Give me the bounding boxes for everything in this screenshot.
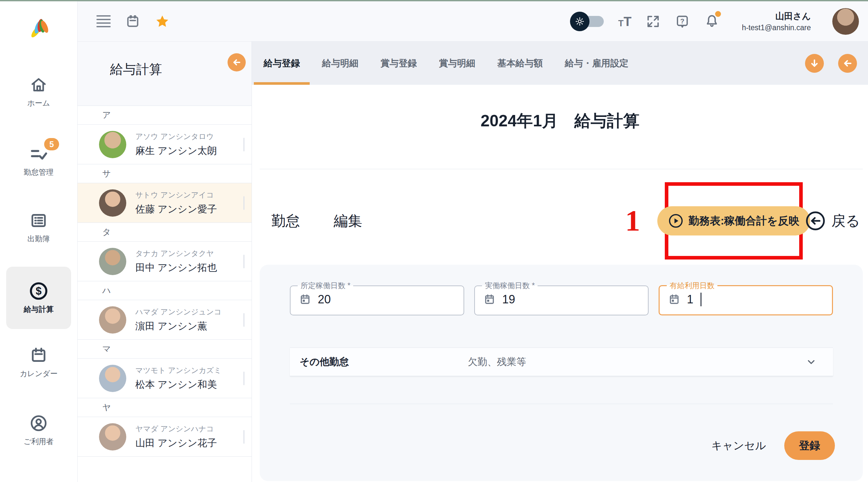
group-header: マ [78,340,252,359]
back-button-top[interactable] [838,54,857,73]
download-button[interactable] [805,54,824,73]
list-item-matsumoto[interactable]: マツモト アンシンカズミ 松本 アンシン和美 [78,359,252,398]
sidebar-item-home[interactable]: ホーム [27,76,50,108]
tab-salary-register[interactable]: 給与登録 [254,41,310,85]
dark-mode-toggle[interactable] [570,12,604,31]
help-icon[interactable]: ? [675,14,690,29]
sidebar-item-label: 勤怠管理 [24,167,54,177]
menu-icon[interactable] [96,15,111,27]
tab-bar: 給与登録 給与明細 賞与登録 賞与明細 基本給与額 給与・雇用設定 [252,41,868,85]
tab-bonus-register[interactable]: 賞与登録 [371,41,427,85]
person-kana: サトウ アンシンアイコ [135,190,217,200]
sidebar-item-users[interactable]: ご利用者 [24,414,54,447]
sidebar-item-label: カレンダー [20,369,58,379]
chevron-down-icon[interactable] [806,356,817,367]
text-cursor [701,293,702,306]
svg-text:$: $ [36,285,41,297]
row-divider [244,371,244,385]
row-divider [244,254,244,268]
person-name: 濵田 アンシン薫 [135,320,221,333]
calendar-shortcut-icon[interactable] [125,13,141,29]
sidebar-item-calendar[interactable]: カレンダー [20,346,58,379]
avatar [99,365,126,392]
group-header: サ [78,164,252,183]
accordion-label: その他勤怠 [300,355,349,369]
list-item-tanaka[interactable]: タナカ アンシンタクヤ 田中 アンシン拓也 [78,242,252,281]
actual-workdays-input[interactable]: 実働稼働日数 * 19 [474,281,649,315]
sidebar-item-label: 給与計算 [24,304,54,314]
avatar [99,248,126,275]
avatar[interactable] [832,8,859,35]
star-favorite-icon[interactable] [155,14,170,29]
page-title: 2024年1月 給与計算 [252,110,868,132]
tab-salary-employment-settings[interactable]: 給与・雇用設定 [555,41,638,85]
sun-icon [570,12,589,31]
home-icon [29,76,48,94]
field-value: 20 [318,293,331,306]
panel-collapse-button[interactable] [227,53,246,71]
attendance-section: 勤怠 編集 1 勤務表:稼働合計を反映 [252,169,868,265]
sidebar: ホーム 5 勤怠管理 [0,1,78,482]
sidebar-item-label: 出勤簿 [28,234,50,244]
edit-heading: 編集 [334,211,362,231]
tab-salary-detail[interactable]: 給与明細 [312,41,368,85]
field-value: 1 [687,293,693,306]
person-name: 山田 アンシン花子 [135,436,217,450]
list-item-aso[interactable]: アソウ アンシンタロウ 麻生 アンシン太朗 [78,125,252,164]
return-button[interactable]: 戻る [805,211,860,231]
person-kana: マツモト アンシンカズミ [135,365,221,375]
attendance-book-icon [29,211,48,230]
accordion-hint: 欠勤、残業等 [468,355,526,369]
text-size-icon[interactable]: TT [618,15,631,28]
main-content: 給与登録 給与明細 賞与登録 賞与明細 基本給与額 給与・雇用設定 [252,41,868,482]
field-label: 有給利用日数 [667,281,717,290]
person-kana: タナカ アンシンタクヤ [135,248,217,259]
person-name: 麻生 アンシン太朗 [135,144,217,157]
person-kana: ヤマダ アンシンハナコ [135,424,217,434]
list-item-sato-selected[interactable]: サトウ アンシンアイコ 佐藤 アンシン愛子 [78,183,252,223]
annotation-number: 1 [625,206,640,236]
tab-base-salary[interactable]: 基本給与額 [488,41,553,85]
avatar [99,423,126,451]
reflect-button-label: 勤務表:稼働合計を反映 [688,214,800,228]
return-button-label: 戻る [831,211,860,231]
sidebar-item-attendance-book[interactable]: 出勤簿 [28,211,50,244]
cancel-button[interactable]: キャンセル [711,439,766,453]
calendar-icon [483,293,496,306]
row-divider [244,196,244,210]
reflect-worktotal-button[interactable]: 勤務表:稼働合計を反映 [657,206,810,236]
people-panel-header: 給与計算 [78,41,252,106]
group-header: ア [78,106,252,125]
avatar [99,189,126,217]
person-kana: ハマダ アンシンジュンコ [135,307,221,317]
group-header: ヤ [78,398,252,417]
sidebar-item-attendance-mgmt[interactable]: 5 勤怠管理 [24,145,54,177]
group-header: ハ [78,281,252,300]
play-circle-icon [669,213,683,228]
group-header: タ [78,223,252,242]
divider [290,404,833,404]
row-divider [244,138,244,151]
sidebar-item-label: ホーム [27,98,50,108]
fullscreen-icon[interactable] [646,14,660,29]
attendance-heading: 勤怠 [271,211,300,231]
avatar [99,131,126,158]
app-logo-icon [24,13,53,43]
field-value: 19 [502,293,515,306]
list-item-hamada[interactable]: ハマダ アンシンジュンコ 濵田 アンシン薫 [78,300,252,340]
other-attendance-accordion[interactable]: その他勤怠 欠勤、残業等 [290,348,833,376]
topbar: TT ? [78,1,868,41]
row-divider [244,313,244,327]
notifications-bell-icon[interactable] [704,13,720,30]
field-label: 所定稼働日数 * [298,281,353,290]
task-check-icon: 5 [29,145,48,163]
tab-bonus-detail[interactable]: 賞与明細 [429,41,485,85]
list-item-yamada[interactable]: ヤマダ アンシンハナコ 山田 アンシン花子 [78,417,252,457]
users-icon [29,414,48,433]
sidebar-item-payroll[interactable]: $ 給与計算 [6,267,71,329]
scheduled-workdays-input[interactable]: 所定稼働日数 * 20 [290,281,464,315]
person-name: 松本 アンシン和美 [135,378,221,391]
submit-button[interactable]: 登録 [784,431,835,460]
sidebar-item-label: ご利用者 [24,436,54,447]
paid-leave-days-input[interactable]: 有給利用日数 1 [659,281,833,315]
